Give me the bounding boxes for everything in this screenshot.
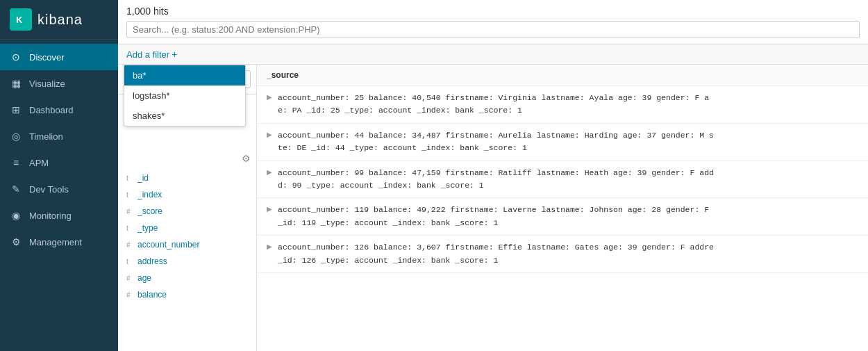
fields-list: t _id t _index # _score t _type # acco xyxy=(118,167,256,351)
plus-icon: + xyxy=(172,49,177,60)
result-text: account_number: 44 balance: 34,487 first… xyxy=(278,129,714,155)
main-area: 1,000 hits Add a filter + ▶ ba* logstash… xyxy=(118,0,868,351)
sidebar-item-timelion[interactable]: ◎ Timelion xyxy=(0,123,118,149)
table-row: ▶ account_number: 126 balance: 3,607 fir… xyxy=(257,236,868,273)
dashboard-icon: ⊞ xyxy=(10,104,22,116)
monitoring-icon: ◉ xyxy=(10,209,22,222)
sidebar-item-label-monitoring: Monitoring xyxy=(29,211,72,221)
field-type-account-number: # xyxy=(126,241,133,249)
topbar: 1,000 hits xyxy=(118,0,868,44)
table-row: ▶ account_number: 99 balance: 47,159 fir… xyxy=(257,161,868,199)
field-item-account-number[interactable]: # account_number xyxy=(118,236,256,253)
result-text: account_number: 25 balance: 40,540 first… xyxy=(278,92,709,117)
field-item-address[interactable]: t address xyxy=(118,253,256,270)
result-text: account_number: 119 balance: 49,222 firs… xyxy=(278,204,709,229)
sidebar-item-apm[interactable]: ≡ APM xyxy=(0,149,118,176)
sidebar-item-label-timelion: Timelion xyxy=(29,131,63,142)
expand-icon[interactable]: ▶ xyxy=(267,131,272,138)
logo-area: K kibana xyxy=(0,0,118,40)
sidebar: K kibana ⊙ Discover ▦ Visualize ⊞ Dashbo… xyxy=(0,0,118,351)
row-inner: ▶ account_number: 25 balance: 40,540 fir… xyxy=(267,92,858,117)
table-row: ▶ account_number: 119 balance: 49,222 fi… xyxy=(257,198,868,236)
field-type-id: t xyxy=(126,174,133,182)
dropdown-item-logstash[interactable]: logstash* xyxy=(124,85,245,106)
field-item-type[interactable]: t _type xyxy=(118,220,256,236)
results-header: _source xyxy=(257,65,868,86)
field-item-index[interactable]: t _index xyxy=(118,186,256,203)
field-type-age: # xyxy=(126,275,133,282)
gear-icon[interactable]: ⚙ xyxy=(242,153,251,164)
sidebar-item-label-visualize: Visualize xyxy=(29,79,65,89)
field-name-type: _type xyxy=(137,223,158,233)
field-item-score[interactable]: # _score xyxy=(118,203,256,220)
index-dropdown: ba* logstash* shakes* xyxy=(124,65,246,126)
sidebar-item-visualize[interactable]: ▦ Visualize xyxy=(0,70,118,97)
result-text: account_number: 99 balance: 47,159 first… xyxy=(278,167,714,193)
field-name-address: address xyxy=(137,256,167,266)
logo-icon: K xyxy=(10,8,32,31)
search-input[interactable] xyxy=(133,24,853,35)
sidebar-navigation: ⊙ Discover ▦ Visualize ⊞ Dashboard ◎ Tim… xyxy=(0,40,118,255)
expand-icon[interactable]: ▶ xyxy=(267,93,272,101)
sidebar-item-discover[interactable]: ⊙ Discover xyxy=(0,44,118,70)
discover-icon: ⊙ xyxy=(10,51,22,63)
svg-text:K: K xyxy=(16,15,23,25)
dropdown-item-ba[interactable]: ba* xyxy=(124,65,245,85)
field-item-id[interactable]: t _id xyxy=(118,170,256,186)
field-name-index: _index xyxy=(137,190,162,199)
table-row: ▶ account_number: 25 balance: 40,540 fir… xyxy=(257,86,868,124)
field-item-balance[interactable]: # balance xyxy=(118,286,256,303)
dropdown-item-shakes[interactable]: shakes* xyxy=(124,106,245,126)
search-bar xyxy=(126,21,860,38)
field-search-box: ▶ ba* logstash* shakes* xyxy=(118,65,256,95)
field-name-age: age xyxy=(137,273,151,283)
sidebar-item-label-discover: Discover xyxy=(29,52,65,63)
timelion-icon: ◎ xyxy=(10,130,22,142)
sidebar-item-devtools[interactable]: ✎ Dev Tools xyxy=(0,176,118,202)
content-area: ▶ ba* logstash* shakes* ⚙ t _id t _index xyxy=(118,65,868,351)
devtools-icon: ✎ xyxy=(10,183,22,195)
field-name-account-number: account_number xyxy=(137,240,199,250)
sidebar-item-label-management: Management xyxy=(29,237,82,247)
expand-icon[interactable]: ▶ xyxy=(267,168,272,176)
kibana-logo-svg: K xyxy=(14,13,28,26)
field-type-balance: # xyxy=(126,291,133,299)
add-filter-label: Add a filter xyxy=(126,49,169,60)
expand-icon[interactable]: ▶ xyxy=(267,243,272,250)
row-inner: ▶ account_number: 44 balance: 34,487 fir… xyxy=(267,129,858,155)
field-name-balance: balance xyxy=(137,290,167,300)
sidebar-item-label-apm: APM xyxy=(29,158,49,168)
sidebar-item-label-devtools: Dev Tools xyxy=(29,184,69,195)
sidebar-item-management[interactable]: ⚙ Management xyxy=(0,229,118,255)
expand-icon[interactable]: ▶ xyxy=(267,205,272,213)
add-filter-button[interactable]: Add a filter + xyxy=(126,49,177,60)
field-type-type: t xyxy=(126,225,133,232)
result-text: account_number: 126 balance: 3,607 first… xyxy=(278,241,714,267)
field-name-score: _score xyxy=(137,206,162,216)
field-type-score: # xyxy=(126,208,133,215)
apm-icon: ≡ xyxy=(10,156,22,169)
sidebar-item-monitoring[interactable]: ◉ Monitoring xyxy=(0,202,118,229)
results-panel: _source ▶ account_number: 25 balance: 40… xyxy=(257,65,868,351)
row-inner: ▶ account_number: 99 balance: 47,159 fir… xyxy=(267,167,858,193)
field-item-age[interactable]: # age xyxy=(118,270,256,286)
row-inner: ▶ account_number: 119 balance: 49,222 fi… xyxy=(267,204,858,229)
table-row: ▶ account_number: 44 balance: 34,487 fir… xyxy=(257,124,868,161)
visualize-icon: ▦ xyxy=(10,77,22,90)
gear-container: ⚙ xyxy=(118,150,256,167)
field-type-index: t xyxy=(126,191,133,199)
field-type-address: t xyxy=(126,258,133,266)
filter-bar: Add a filter + xyxy=(118,44,868,65)
logo-text: kibana xyxy=(37,12,83,28)
sidebar-item-label-dashboard: Dashboard xyxy=(29,105,74,115)
field-name-id: _id xyxy=(137,173,149,183)
left-panel: ▶ ba* logstash* shakes* ⚙ t _id t _index xyxy=(118,65,257,351)
hits-count: 1,000 hits xyxy=(126,6,860,17)
row-inner: ▶ account_number: 126 balance: 3,607 fir… xyxy=(267,241,858,267)
sidebar-item-dashboard[interactable]: ⊞ Dashboard xyxy=(0,97,118,123)
management-icon: ⚙ xyxy=(10,236,22,248)
